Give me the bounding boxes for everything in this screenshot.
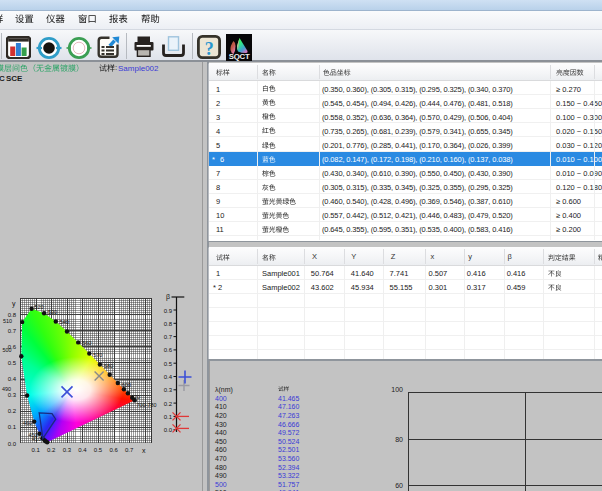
svg-text:410: 410 xyxy=(32,436,41,442)
svg-text:540: 540 xyxy=(60,319,69,325)
svg-text:β: β xyxy=(166,293,170,301)
svg-text:600: 600 xyxy=(122,382,131,388)
svg-text:530: 530 xyxy=(48,309,57,315)
svg-text:560: 560 xyxy=(82,340,91,346)
svg-text:700-780: 700-780 xyxy=(137,402,157,408)
svg-text:520: 520 xyxy=(35,304,44,310)
svg-text:620: 620 xyxy=(131,394,140,400)
svg-text:510: 510 xyxy=(3,318,12,324)
svg-text:SQCT: SQCT xyxy=(229,52,250,61)
svg-text:570: 570 xyxy=(93,352,102,358)
svg-text:?: ? xyxy=(205,39,214,59)
svg-text:460: 460 xyxy=(23,420,32,426)
svg-text:580: 580 xyxy=(104,363,113,369)
